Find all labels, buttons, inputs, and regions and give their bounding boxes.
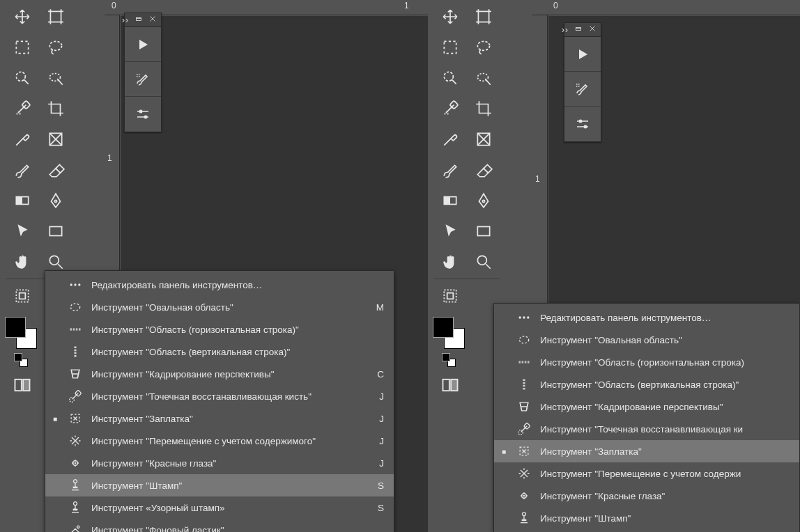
persp-crop-icon bbox=[515, 400, 533, 414]
tool-crop[interactable] bbox=[467, 93, 500, 124]
action-sliders[interactable] bbox=[564, 107, 601, 141]
tool-move[interactable] bbox=[6, 1, 39, 32]
action-brush-preset[interactable] bbox=[564, 72, 601, 107]
ruler-tick: 0 bbox=[553, 1, 558, 10]
tool-eraser[interactable] bbox=[39, 155, 72, 185]
ctx-item-bg-eraser[interactable]: Инструмент "Фоновый ластик" bbox=[45, 519, 394, 532]
patch-icon bbox=[515, 444, 533, 458]
ctx-label: Инструмент "Овальная область" bbox=[91, 302, 353, 313]
content-move-icon bbox=[66, 434, 84, 448]
tiny-swatches[interactable] bbox=[13, 353, 32, 367]
tool-healing[interactable] bbox=[6, 93, 39, 124]
ctx-shortcut: J bbox=[374, 391, 384, 402]
quick-mask-toggle[interactable] bbox=[7, 373, 38, 398]
ctx-label: Инструмент "Заплатка" bbox=[91, 414, 353, 424]
collapse-icon[interactable]: ›› bbox=[562, 25, 569, 35]
foreground-color-swatch[interactable] bbox=[433, 317, 454, 338]
tool-lasso[interactable] bbox=[467, 32, 500, 63]
collapse-icon[interactable]: ›› bbox=[122, 15, 129, 25]
tool-gradient[interactable] bbox=[6, 185, 39, 216]
tool-pointer[interactable] bbox=[6, 216, 39, 247]
tool-move[interactable] bbox=[433, 1, 467, 32]
tool-frame[interactable] bbox=[39, 124, 72, 155]
ctx-shortcut: S bbox=[374, 480, 384, 491]
ctx-item-patch[interactable]: ■Инструмент "Заплатка" bbox=[494, 440, 799, 462]
ctx-item-persp-crop[interactable]: Инструмент "Кадрирование перспективы"C bbox=[45, 363, 394, 385]
action-sliders[interactable] bbox=[125, 97, 161, 132]
ruler-tick: 1 bbox=[404, 1, 409, 10]
ctx-item-content-move[interactable]: Инструмент "Перемещение с учетом содержи bbox=[494, 462, 799, 485]
row-dashed-icon bbox=[66, 322, 84, 336]
tool-pointer[interactable] bbox=[433, 216, 467, 247]
ctx-item-stamp[interactable]: Инструмент "Штамп" bbox=[494, 507, 799, 529]
action-play[interactable] bbox=[125, 27, 161, 62]
tool-marquee[interactable] bbox=[433, 32, 467, 63]
tool-crop[interactable] bbox=[39, 93, 72, 124]
tool-rectangle[interactable] bbox=[467, 216, 500, 247]
instance-right: 011 ›› Редактировать панель инструментов… bbox=[428, 0, 800, 532]
tool-hand[interactable] bbox=[6, 247, 39, 277]
ctx-item-ellipse-dashed[interactable]: Инструмент "Овальная область" bbox=[494, 329, 799, 351]
tool-gradient[interactable] bbox=[433, 185, 467, 216]
tool-artboard[interactable] bbox=[39, 1, 72, 32]
tool-hand[interactable] bbox=[433, 247, 467, 277]
tool-healing[interactable] bbox=[433, 93, 467, 124]
close-icon[interactable] bbox=[148, 15, 157, 25]
ctx-item-ellipse-dashed[interactable]: Инструмент "Овальная область"M bbox=[45, 296, 394, 318]
ctx-item-dots[interactable]: Редактировать панель инструментов… bbox=[494, 306, 799, 329]
tool-eraser[interactable] bbox=[467, 155, 500, 185]
tool-frame[interactable] bbox=[467, 124, 500, 155]
tool-extra[interactable] bbox=[6, 281, 39, 311]
ctx-item-col-dashed[interactable]: Инструмент "Область (вертикальная строка… bbox=[45, 341, 394, 363]
ctx-bullet: ■ bbox=[500, 448, 508, 455]
minimize-icon[interactable] bbox=[574, 24, 583, 35]
tool-lasso[interactable] bbox=[39, 32, 72, 63]
tool-magicselect[interactable] bbox=[467, 63, 500, 93]
ctx-item-spot-heal[interactable]: Инструмент "Точечная восстанавливающая к… bbox=[45, 385, 394, 407]
ctx-item-red-eye[interactable]: Инструмент "Красные глаза"J bbox=[45, 452, 394, 474]
color-swatches[interactable] bbox=[433, 317, 468, 352]
tool-pen[interactable] bbox=[467, 185, 500, 216]
ctx-item-persp-crop[interactable]: Инструмент "Кадрирование перспективы" bbox=[494, 396, 799, 418]
ctx-label: Редактировать панель инструментов… bbox=[91, 280, 353, 290]
tiny-swatches[interactable] bbox=[440, 353, 460, 367]
ctx-shortcut: M bbox=[374, 302, 384, 313]
ctx-item-patch[interactable]: ■Инструмент "Заплатка"J bbox=[45, 407, 394, 430]
actions-panel-header[interactable]: ›› bbox=[125, 13, 161, 27]
actions-panel-header[interactable]: ›› bbox=[564, 23, 601, 37]
tool-quickselect[interactable] bbox=[6, 63, 39, 93]
tool-magicselect[interactable] bbox=[39, 63, 72, 93]
ctx-item-col-dashed[interactable]: Инструмент "Область (вертикальная строка… bbox=[494, 373, 799, 396]
tool-artboard[interactable] bbox=[467, 1, 500, 32]
quick-mask-toggle[interactable] bbox=[435, 373, 466, 398]
close-icon[interactable] bbox=[588, 24, 597, 35]
action-play[interactable] bbox=[564, 37, 601, 72]
ctx-item-stamp[interactable]: Инструмент "Штамп"S bbox=[45, 474, 394, 496]
tool-rectangle[interactable] bbox=[39, 216, 72, 247]
tool-eyedropper[interactable] bbox=[433, 124, 467, 155]
tool-extra[interactable] bbox=[433, 281, 467, 311]
tool-brush[interactable] bbox=[433, 155, 467, 185]
tool-marquee[interactable] bbox=[6, 32, 39, 63]
color-swatches[interactable] bbox=[5, 317, 40, 352]
ctx-label: Редактировать панель инструментов… bbox=[540, 313, 759, 323]
ctx-item-content-move[interactable]: Инструмент "Перемещение с учетом содержи… bbox=[45, 430, 394, 452]
ctx-item-row-dashed[interactable]: Инструмент "Область (горизонтальная стро… bbox=[494, 351, 799, 373]
tool-brush[interactable] bbox=[6, 155, 39, 185]
action-brush-preset[interactable] bbox=[125, 62, 161, 97]
ctx-item-red-eye[interactable]: Инструмент "Красные глаза" bbox=[494, 485, 799, 507]
ctx-shortcut: C bbox=[374, 369, 384, 380]
ctx-item-dots[interactable]: Редактировать панель инструментов… bbox=[45, 274, 394, 296]
tool-zoom[interactable] bbox=[467, 247, 500, 277]
ctx-item-row-dashed[interactable]: Инструмент "Область (горизонтальная стро… bbox=[45, 318, 394, 341]
ctx-item-spot-heal[interactable]: Инструмент "Точечная восстанавливающая к… bbox=[494, 418, 799, 440]
col-dashed-icon bbox=[66, 345, 84, 359]
ctx-label: Инструмент "Кадрирование перспективы" bbox=[540, 402, 759, 412]
foreground-color-swatch[interactable] bbox=[5, 317, 26, 338]
tool-pen[interactable] bbox=[39, 185, 72, 216]
tool-quickselect[interactable] bbox=[433, 63, 467, 93]
tool-eyedropper[interactable] bbox=[6, 124, 39, 155]
ctx-item-pattern-stamp[interactable]: Инструмент «Узорный штамп»S bbox=[45, 496, 394, 519]
ctx-label: Инструмент "Область (горизонтальная стро… bbox=[91, 324, 353, 335]
minimize-icon[interactable] bbox=[134, 15, 143, 25]
